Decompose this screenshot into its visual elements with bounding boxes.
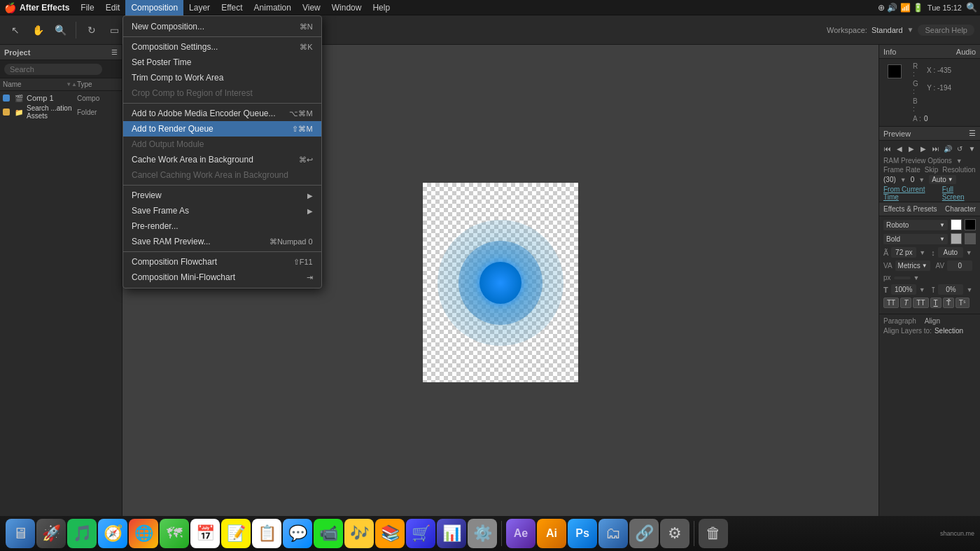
vscale-field[interactable]: 0%	[938, 284, 963, 295]
dock-ibooks[interactable]: 📚	[375, 519, 405, 548]
hscale-field[interactable]: 100%	[891, 284, 916, 295]
font-size-dropdown-icon[interactable]: ▼	[919, 249, 925, 256]
effects-tab-effects[interactable]: Effects & Presets	[883, 205, 941, 213]
font-family-dropdown[interactable]: Roboto ▼	[883, 220, 948, 230]
app-name[interactable]: After Effects	[20, 3, 69, 13]
preview-next-frame[interactable]: ▶	[918, 142, 929, 155]
dock-facetime[interactable]: 📹	[314, 519, 343, 548]
dock-safari[interactable]: 🧭	[98, 519, 127, 548]
dock-messages[interactable]: 💬	[283, 519, 312, 548]
dock-ps[interactable]: Ps	[568, 519, 597, 548]
search-help-input[interactable]: Search Help	[918, 25, 974, 36]
px-value[interactable]	[894, 277, 911, 279]
dock-systemprefs[interactable]: ⚙️	[468, 519, 497, 548]
font-color-black[interactable]	[965, 219, 976, 230]
preview-last-frame[interactable]: ⏭	[930, 142, 941, 155]
ram-preview-dropdown-icon[interactable]: ▼	[956, 158, 962, 165]
char-btn-superscript[interactable]: Tˢ	[955, 298, 969, 308]
tracking-value-field[interactable]: 0	[947, 260, 972, 271]
skip-dropdown[interactable]: ▼	[918, 176, 925, 183]
tool-hand[interactable]: ✋	[28, 20, 48, 40]
workspace-name[interactable]: Standard	[872, 26, 903, 34]
menu-mini-flowchart[interactable]: Composition Mini-Flowchart ⇥	[123, 270, 321, 285]
preview-prev-frame[interactable]: ◀	[894, 142, 904, 155]
menu-view[interactable]: View	[297, 0, 326, 15]
menu-prerender[interactable]: Pre-render...	[123, 218, 321, 234]
tool-zoom[interactable]: 🔍	[50, 20, 70, 40]
tool-pointer[interactable]: ↖	[6, 20, 25, 40]
preview-options-dropdown[interactable]: ▼	[967, 142, 977, 155]
menu-set-poster-time[interactable]: Set Poster Time	[123, 55, 321, 70]
char-btn-bold[interactable]: TT	[883, 298, 899, 308]
dock-prefs2[interactable]: ⚙	[660, 519, 690, 548]
project-item-assets[interactable]: 📁 Search ...ation Assets Folder	[0, 105, 122, 119]
preview-menu-icon[interactable]: ☰	[969, 129, 976, 138]
dock-spotify[interactable]: 🎵	[67, 519, 97, 548]
framerate-dropdown[interactable]: ▼	[900, 176, 906, 183]
menu-layer[interactable]: Layer	[183, 0, 216, 15]
menu-save-ram-preview[interactable]: Save RAM Preview... ⌘Numpad 0	[123, 234, 321, 249]
composition-dropdown-menu[interactable]: New Composition... ⌘N Composition Settin…	[122, 15, 322, 288]
char-btn-underline[interactable]: T	[930, 298, 941, 308]
font-color-dark[interactable]	[965, 233, 976, 244]
font-size-field[interactable]: 72 px	[891, 247, 916, 258]
menu-flowchart[interactable]: Composition Flowchart ⇧F11	[123, 254, 321, 270]
tool-shape-rect[interactable]: ▭	[104, 20, 124, 40]
menu-edit[interactable]: Edit	[100, 0, 126, 15]
menu-new-composition[interactable]: New Composition... ⌘N	[123, 19, 321, 34]
dock-reminders[interactable]: 📋	[252, 519, 281, 548]
menu-effect[interactable]: Effect	[216, 0, 248, 15]
dock-finder2[interactable]: 🗂	[598, 519, 628, 548]
dock-chrome[interactable]: 🌐	[129, 519, 158, 548]
preview-audio[interactable]: 🔊	[942, 142, 953, 155]
dock-ae[interactable]: Ae	[506, 519, 536, 548]
char-btn-strikethrough[interactable]: T̄	[943, 298, 954, 308]
tracking-type-dropdown[interactable]: Metrics ▼	[895, 260, 930, 271]
dock-music[interactable]: 🎶	[344, 519, 374, 548]
effects-tab-character[interactable]: Character	[945, 205, 976, 213]
hscale-dropdown[interactable]: ▼	[919, 286, 925, 293]
preview-play[interactable]: ▶	[906, 142, 917, 155]
full-screen-link[interactable]: Full Screen	[942, 186, 976, 201]
dock-ai[interactable]: Ai	[537, 519, 566, 548]
menu-save-frame-as[interactable]: Save Frame As ▶	[123, 203, 321, 218]
leading-field[interactable]: Auto	[938, 247, 963, 258]
char-btn-all-caps[interactable]: TT	[913, 298, 928, 308]
dock-calendar[interactable]: 📅	[190, 519, 220, 548]
menu-help[interactable]: Help	[367, 0, 396, 15]
menu-trim-comp[interactable]: Trim Comp to Work Area	[123, 70, 321, 85]
menu-window[interactable]: Window	[326, 0, 368, 15]
preview-loop[interactable]: ↺	[955, 142, 965, 155]
px-dropdown[interactable]: ▼	[913, 274, 920, 281]
menu-add-to-encoder[interactable]: Add to Adobe Media Encoder Queue... ⌥⌘M	[123, 106, 321, 121]
resolution-dropdown[interactable]: Auto ▼	[929, 175, 956, 184]
menu-preview[interactable]: Preview ▶	[123, 188, 321, 203]
dock-itunes-connect[interactable]: 🔗	[629, 519, 659, 548]
preview-first-frame[interactable]: ⏮	[882, 142, 892, 155]
workspace-dropdown-icon[interactable]: ▼	[907, 26, 914, 34]
from-current-time-link[interactable]: From Current Time	[883, 186, 939, 201]
project-panel-menu-icon[interactable]: ☰	[111, 48, 118, 56]
search-icon[interactable]: 🔍	[966, 2, 977, 13]
char-btn-italic[interactable]: T	[900, 298, 911, 308]
menu-comp-settings[interactable]: Composition Settings... ⌘K	[123, 39, 321, 55]
project-search-input[interactable]	[4, 64, 102, 75]
font-style-dropdown[interactable]: Bold ▼	[883, 234, 948, 244]
dock-maps[interactable]: 🗺	[160, 519, 189, 548]
menu-add-to-render-queue[interactable]: Add to Render Queue ⇧⌘M	[123, 121, 321, 137]
dock-keynote[interactable]: 📊	[437, 519, 466, 548]
dock-appstore[interactable]: 🛒	[406, 519, 435, 548]
vscale-dropdown[interactable]: ▼	[966, 286, 972, 293]
tool-rotate[interactable]: ↻	[82, 20, 102, 40]
align-layers-value[interactable]: Selection	[934, 327, 963, 335]
dock-launchpad[interactable]: 🚀	[36, 519, 66, 548]
dock-notes[interactable]: 📝	[221, 519, 251, 548]
font-color-white[interactable]	[951, 219, 962, 230]
leading-dropdown-icon[interactable]: ▼	[966, 249, 972, 256]
dock-finder[interactable]: 🖥	[6, 519, 35, 548]
menu-file[interactable]: File	[75, 0, 99, 15]
menu-animation[interactable]: Animation	[248, 0, 297, 15]
menu-cache-work-area[interactable]: Cache Work Area in Background ⌘↩	[123, 152, 321, 167]
project-item-comp1[interactable]: 🎬 Comp 1 Compo	[0, 91, 122, 105]
apple-menu[interactable]: 🍎	[3, 0, 17, 15]
